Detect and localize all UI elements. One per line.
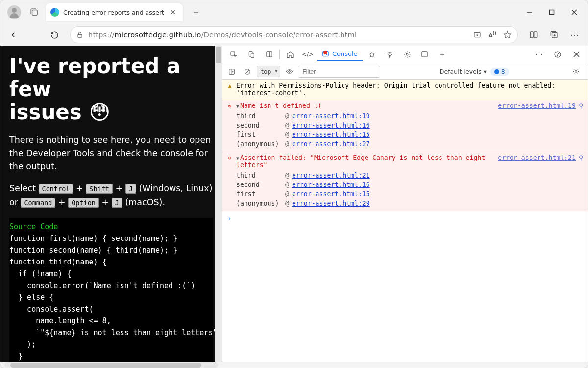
disclosure-icon[interactable]: ▼ — [236, 156, 239, 161]
more-tabs-button[interactable]: ＋ — [434, 47, 451, 62]
log-levels-select[interactable]: Default levels ▾ — [440, 68, 487, 75]
stack-frame: third@error-assert.html:19 — [236, 111, 584, 121]
stack-link[interactable]: error-assert.html:15 — [292, 190, 370, 198]
stack-link[interactable]: error-assert.html:21 — [292, 172, 370, 179]
source-link[interactable]: error-assert.html:21 — [498, 154, 576, 161]
back-button[interactable] — [4, 26, 22, 44]
page-paragraph: There is nothing to see here, you need t… — [9, 133, 213, 173]
split-screen-icon[interactable] — [525, 26, 542, 44]
context-select[interactable]: top — [257, 66, 280, 77]
stack-link[interactable]: error-assert.html:15 — [292, 131, 370, 138]
svg-point-22 — [557, 55, 558, 56]
svg-point-17 — [389, 56, 390, 57]
kbd-option: Option — [68, 198, 99, 208]
console-settings-icon[interactable] — [568, 64, 585, 79]
page-hscrollbar[interactable] — [4, 362, 218, 368]
tab-welcome[interactable] — [282, 47, 298, 62]
address-bar[interactable]: https://microsoftedge.github.io/Demos/de… — [70, 26, 518, 43]
kbd-control: Control — [39, 184, 74, 194]
svg-rect-7 — [530, 32, 533, 38]
page-instructions: Select Control + Shift + J (Windows, Lin… — [9, 182, 213, 209]
tab-console[interactable]: Console — [317, 47, 363, 61]
window-maximize-button[interactable] — [540, 2, 563, 22]
stack-frame: first@error-assert.html:15 — [236, 130, 584, 139]
svg-rect-13 — [266, 52, 271, 57]
devtools-close-button[interactable] — [568, 47, 585, 62]
dock-icon[interactable] — [261, 47, 277, 62]
console-error-2: ⊗ ▼Assertion failed: "Microsoft Edge Can… — [222, 152, 588, 211]
console-warning: ▲ Error with Permissions-Policy header: … — [222, 80, 588, 100]
svg-rect-2 — [550, 10, 554, 15]
svg-rect-19 — [422, 52, 427, 57]
tab-elements[interactable]: </> — [299, 47, 316, 62]
kbd-shift: Shift — [86, 184, 113, 194]
edge-favicon-icon — [50, 8, 59, 17]
tab-application-icon[interactable] — [416, 47, 433, 62]
console-prompt[interactable]: › — [222, 211, 588, 225]
console-toolbar: top Default levels ▾ 8 — [222, 63, 588, 80]
live-expression-icon[interactable] — [283, 64, 295, 79]
device-toggle-icon[interactable] — [243, 47, 260, 62]
settings-more-button[interactable]: ⋯ — [566, 26, 584, 44]
profile-avatar[interactable] — [7, 5, 21, 19]
read-aloud-icon[interactable]: A)) — [488, 31, 496, 39]
devtools-help-icon[interactable] — [549, 47, 566, 62]
refresh-button[interactable] — [46, 26, 63, 44]
clear-console-button[interactable] — [241, 64, 254, 79]
svg-rect-0 — [32, 10, 38, 16]
stack-frame: first@error-assert.html:15 — [236, 189, 584, 199]
error-icon: ⊗ — [226, 155, 233, 161]
svg-point-30 — [575, 71, 577, 73]
warning-icon: ▲ — [226, 82, 233, 89]
magnify-icon[interactable]: ⚲ — [579, 154, 584, 161]
magnify-icon[interactable]: ⚲ — [579, 102, 584, 109]
kbd-command: Command — [21, 198, 55, 208]
error-badge-icon — [323, 51, 327, 54]
favorite-icon[interactable] — [503, 31, 512, 39]
collections-icon[interactable] — [26, 8, 43, 17]
svg-rect-8 — [534, 32, 537, 38]
tab-close-button[interactable]: ✕ — [168, 7, 178, 17]
devtools-panel: </> Console ＋ ⋯ top Default levels — [222, 46, 588, 362]
inspect-icon[interactable] — [225, 47, 242, 62]
source-link[interactable]: error-assert.html:19 — [498, 102, 576, 109]
window-close-button[interactable] — [563, 2, 586, 22]
page-content: I've reported a fewissues 😳 There is not… — [0, 46, 222, 362]
page-scrollbar[interactable] — [215, 46, 222, 362]
console-body[interactable]: ▲ Error with Permissions-Policy header: … — [222, 80, 588, 362]
new-tab-button[interactable]: ＋ — [188, 4, 204, 20]
titlebar: Creating error reports and assert ✕ ＋ — [0, 0, 588, 24]
window-minimize-button[interactable] — [518, 2, 540, 22]
devtools-more-button[interactable]: ⋯ — [531, 47, 547, 62]
tab-sources-bug-icon[interactable] — [364, 47, 380, 62]
collections-button[interactable] — [545, 26, 563, 44]
disclosure-icon[interactable]: ▼ — [236, 104, 239, 109]
stack-frame: (anonymous)@error-assert.html:27 — [236, 139, 584, 149]
stack-link[interactable]: error-assert.html:16 — [292, 181, 370, 188]
svg-rect-5 — [78, 34, 82, 37]
svg-rect-12 — [251, 53, 254, 58]
svg-point-16 — [370, 53, 373, 56]
kbd-j2: J — [112, 198, 122, 208]
tab-network-icon[interactable] — [381, 47, 398, 62]
kbd-j: J — [125, 184, 136, 194]
stack-link[interactable]: error-assert.html:27 — [292, 140, 370, 148]
url-text: https://microsoftedge.github.io/Demos/de… — [88, 31, 357, 39]
app-install-icon[interactable] — [473, 31, 481, 39]
filter-input[interactable] — [298, 66, 380, 78]
stack-frame: (anonymous)@error-assert.html:29 — [236, 199, 584, 208]
forward-button — [25, 26, 43, 44]
lock-icon — [76, 31, 83, 38]
issues-badge[interactable]: 8 — [490, 68, 509, 76]
stack-link[interactable]: error-assert.html:16 — [292, 122, 370, 129]
console-sidebar-toggle[interactable] — [225, 64, 238, 79]
console-error-1: ⊗ ▼Name isn't defined :( error-assert.ht… — [222, 100, 588, 152]
tab-performance-icon[interactable] — [399, 47, 416, 62]
browser-tab[interactable]: Creating error reports and assert ✕ — [46, 3, 183, 21]
stack-link[interactable]: error-assert.html:19 — [292, 112, 370, 120]
tab-title: Creating error reports and assert — [63, 9, 168, 16]
error-icon: ⊗ — [226, 103, 233, 109]
stack-link[interactable]: error-assert.html:29 — [292, 200, 370, 207]
browser-toolbar: https://microsoftedge.github.io/Demos/de… — [0, 24, 588, 46]
stack-frame: third@error-assert.html:21 — [236, 171, 584, 180]
